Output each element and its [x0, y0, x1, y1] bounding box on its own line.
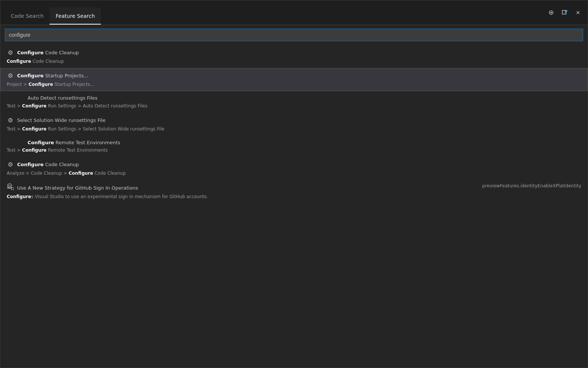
- gear-icon: ⚙: [7, 48, 14, 57]
- preview-tag: previewFeatures.identityEnableXPlatIdent…: [482, 183, 581, 188]
- result-item[interactable]: Auto Detect runsettings Files Test > Con…: [0, 91, 588, 113]
- result-item-sub: Test > Configure Run Settings > Auto Det…: [7, 103, 581, 109]
- tab-feature-search[interactable]: Feature Search: [49, 7, 100, 25]
- svg-point-1: [550, 12, 552, 13]
- svg-rect-2: [562, 10, 566, 14]
- gear-icon: ⚙: [7, 71, 14, 80]
- result-item[interactable]: Configure Remote Test Environments Test …: [0, 136, 588, 157]
- tab-bar: Code Search Feature Search ✕: [0, 0, 588, 25]
- tab-feature-search-label: Feature Search: [55, 13, 95, 19]
- result-item-main: Configure Remote Test Environments: [7, 139, 581, 146]
- result-item[interactable]: ⚙ Select Solution Wide runsettings File …: [0, 113, 588, 136]
- main-window: Code Search Feature Search ✕: [0, 0, 588, 368]
- result-item-main: ⚙ Configure Code Cleanup: [7, 48, 581, 57]
- result-item-sub: Test > Configure Remote Test Environment…: [7, 147, 581, 154]
- open-in-editor-icon[interactable]: [559, 7, 570, 18]
- result-item-main: ⚙ Configure Code Cleanup: [7, 160, 581, 169]
- github-icon: [7, 183, 14, 193]
- result-item-main: Use A New Strategy for GitHub Sign In Op…: [7, 183, 482, 193]
- close-button[interactable]: ✕: [573, 7, 583, 18]
- result-item[interactable]: ⚙ Configure Code Cleanup Configure Code …: [0, 45, 588, 68]
- gear-icon: ⚙: [7, 116, 14, 125]
- result-item[interactable]: ⚙ Configure Code Cleanup Analyze > Code …: [0, 157, 588, 180]
- result-item[interactable]: ⚙ Configure Startup Projects... Project …: [0, 68, 588, 91]
- tab-code-search-label: Code Search: [11, 13, 44, 19]
- result-item-main: ⚙ Configure Startup Projects...: [7, 71, 581, 80]
- search-input[interactable]: [5, 29, 583, 41]
- result-item-main: Auto Detect runsettings Files: [7, 94, 581, 102]
- result-item[interactable]: Use A New Strategy for GitHub Sign In Op…: [0, 180, 588, 203]
- result-item-main: ⚙ Select Solution Wide runsettings File: [7, 116, 581, 125]
- result-item-sub: Test > Configure Run Settings > Select S…: [7, 126, 581, 132]
- result-item-sub: Analyze > Code Cleanup > Configure Code …: [7, 170, 581, 177]
- titlebar-actions: ✕: [546, 7, 583, 18]
- tab-code-search[interactable]: Code Search: [5, 7, 49, 25]
- gear-icon: ⚙: [7, 160, 14, 169]
- search-container: [0, 25, 588, 45]
- result-item-sub: Configure Code Cleanup: [7, 58, 581, 65]
- results-list: ⚙ Configure Code Cleanup Configure Code …: [0, 45, 588, 368]
- result-item-sub: Project > Configure Startup Projects...: [7, 81, 581, 88]
- preview-icon[interactable]: [546, 7, 556, 18]
- result-item-sub: Configures Visual Studio to use an exper…: [7, 193, 482, 200]
- result-item-row: Use A New Strategy for GitHub Sign In Op…: [7, 183, 581, 200]
